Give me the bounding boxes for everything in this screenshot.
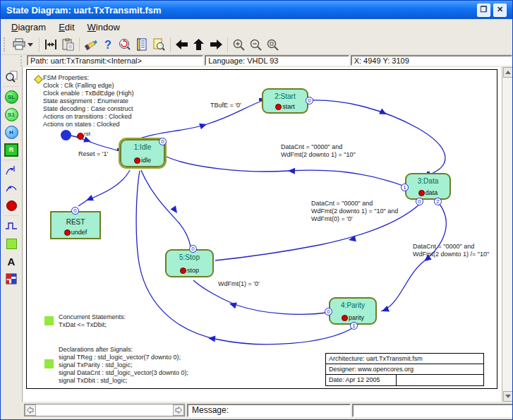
transition-priority[interactable]: 1 [350,322,358,330]
horizontal-scrollbar[interactable] [24,404,185,416]
info-designer: Designer: www.opencores.org [326,364,483,375]
annotation-text[interactable]: Concurrent Statements:TxDat <= TxDbit; [59,313,126,329]
zoom-out-icon[interactable] [248,37,265,52]
vertical-scrollbar[interactable] [502,67,513,402]
transition-priority[interactable]: 0 [189,245,197,253]
transition-parity-stop [193,280,327,314]
side-separator [4,215,19,216]
annotation-text[interactable]: FSM Properties:Clock : Clk (Falling edge… [43,74,133,128]
close-button[interactable]: ✕ [493,4,507,17]
clock-wave-tool[interactable] [1,217,21,234]
transition-label[interactable]: WdFmt(1) = '0' [218,280,260,288]
scroll-left-button[interactable] [25,404,36,416]
state-action[interactable]: idle [121,157,164,164]
transition-priority[interactable]: 0 [416,198,423,205]
state-action-dot-icon [342,315,348,321]
s1-ball-icon: S1 [5,108,18,121]
initial-state[interactable] [61,130,71,140]
transition-label[interactable]: DataCnt = "0000" andWdFmt(2 downto 1) /=… [413,243,489,258]
state-sl-tool[interactable]: SL [1,88,21,105]
transition-label[interactable]: DataCnt = "0000" andWdFmt(2 downto 1) = … [281,143,356,159]
maximize-button[interactable]: ❐ [477,4,490,17]
scroll-down-button[interactable] [503,391,513,402]
scroll-up-button[interactable] [503,67,513,78]
toolbar-separator [227,37,228,52]
transition-label[interactable]: DataCnt = "0000" andWdFmt(2 downto 1) = … [311,200,398,223]
transition-label[interactable]: Reset = '1' [78,150,108,158]
transition-tool[interactable] [1,162,21,179]
scroll-right-button[interactable] [173,404,184,416]
state-idle[interactable]: 1:Idleidle [120,139,165,167]
transition-priority[interactable]: 1 [401,184,409,191]
transition-priority[interactable]: 0 [71,207,79,215]
zoom-select-icon[interactable] [1,68,21,85]
square-marker-icon[interactable] [44,359,54,368]
zoom-in-icon[interactable] [231,37,248,52]
annotation-text[interactable]: Declarations after Signals:signal TReg :… [59,346,188,385]
red-dot-icon [6,200,17,211]
nav-back-icon[interactable] [174,37,191,52]
transition-reset [66,135,120,151]
state-stop[interactable]: 5:Stopstop [165,249,214,277]
state-action[interactable]: start [263,103,307,110]
state-action-dot-icon [275,104,282,110]
transition-priority[interactable]: 0 [306,97,313,104]
decoration-tool[interactable] [1,270,21,287]
print-icon[interactable] [11,37,28,52]
transition-priority[interactable]: 0 [325,308,332,316]
state-action-dot-icon [64,229,71,236]
menu-diagram[interactable]: Diagram [5,20,52,34]
transition-label[interactable]: TBufE = '0' [210,102,241,109]
toolbar: ? [1,35,512,55]
transition-idle-stop [141,170,191,246]
flashlight-icon[interactable] [83,37,99,52]
fit-width-icon[interactable] [42,37,59,52]
nav-up-icon[interactable] [191,37,207,52]
toolbar-separator [170,37,171,52]
toolbar-separator [39,37,40,52]
state-start[interactable]: 2:Startstart [262,88,308,114]
state-action[interactable]: undef [52,229,99,236]
state-action[interactable]: data [406,189,449,196]
state-rest[interactable]: RESTundef [50,211,101,239]
diagram-canvas[interactable]: Architecture: uart.TxTransmit.fsm Design… [23,67,502,402]
transition-idle-start [138,101,262,139]
transition-priority[interactable]: 0 [159,138,167,145]
nav-forward-icon[interactable] [207,37,224,52]
state-label: REST [52,218,99,226]
print-dropdown[interactable] [28,43,33,47]
state-action-label: start [282,103,295,110]
concurrent-block-tool[interactable] [1,235,21,252]
menu-window[interactable]: Window [81,20,126,34]
find-in-page-icon[interactable] [150,37,167,52]
state-data[interactable]: 3:Datadata [405,173,451,200]
arc-transition-tool[interactable] [1,179,21,196]
document-icon[interactable] [133,37,150,52]
title-bar[interactable]: State Diagram: uart.TxTransmit.fsm ❐ ✕ [1,1,512,19]
find-history-icon[interactable] [116,37,133,52]
pathbar-grip[interactable] [20,56,26,66]
state-label: 5:Stop [167,253,212,261]
hierarchy-tool[interactable]: H [1,124,21,140]
state-s1-tool[interactable]: S1 [1,106,21,123]
transition-priority[interactable]: 2 [434,198,442,205]
square-marker-icon[interactable] [44,316,54,325]
point-state-tool[interactable] [1,197,21,214]
h-ball-icon: H [5,126,18,139]
info-box: Architecture: uart.TxTransmit.fsm Design… [325,353,484,386]
state-action[interactable]: parity [330,314,375,321]
state-parity[interactable]: 4:Parityparity [329,297,377,325]
down-arrow-icon [505,395,511,398]
r-state-tool[interactable]: R [1,141,21,158]
path-field: Path: uart:TxTransmit:<Internal> [27,55,203,66]
window-title: State Diagram: uart.TxTransmit.fsm [6,5,162,16]
zoom-page-icon[interactable] [265,37,282,52]
state-action[interactable]: stop [167,267,212,274]
paste-icon[interactable] [59,37,76,52]
toolbar-grip[interactable] [4,37,8,52]
help-icon[interactable]: ? [99,37,116,52]
text-tool[interactable]: A [1,253,21,270]
menu-edit[interactable]: Edit [52,20,80,34]
toolbar-separator [79,37,80,52]
text-a-icon: A [8,256,16,268]
